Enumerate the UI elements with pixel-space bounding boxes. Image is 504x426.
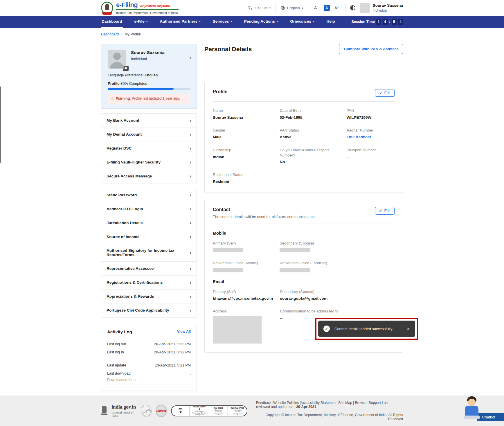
national-emblem-icon: [101, 406, 107, 416]
success-toast: ✓ Contact details added successfully ×: [318, 321, 415, 337]
field-residential-landline: Residential/Office (Landline): [280, 260, 339, 272]
nav-authorised-partners[interactable]: Authorised Partners▾: [159, 16, 201, 28]
chevron-down-icon: ▾: [146, 20, 148, 23]
nav-pending-actions[interactable]: Pending Actions▾: [244, 16, 279, 28]
profile-progress-track: [108, 88, 190, 90]
sidebar-item-secure-access-message[interactable]: Secure Access Message›: [101, 169, 197, 183]
divider: [213, 101, 395, 102]
chevron-right-icon: ›: [190, 220, 191, 225]
user-menu[interactable]: Sourav Saxsena Individual: [360, 3, 403, 13]
sidebar-item-efiling-vault[interactable]: E-filing Vault-Higher Security›: [101, 155, 197, 169]
field-name: Name Sourav Saxsena: [213, 108, 273, 120]
sidebar-item-register-dsc[interactable]: Register DSC›: [101, 141, 197, 155]
sidebar-item-my-demat-account[interactable]: My Demat Account›: [101, 127, 197, 141]
user-name: Sourav Saxsena: [373, 3, 403, 8]
activity-row: Last log In 20-Apr- 2021, 2:32 PM: [107, 350, 191, 354]
divider: [276, 4, 276, 12]
chevron-right-icon: ›: [190, 206, 191, 211]
compare-pan-aadhaar-button[interactable]: Compare With PAN & Aadhaar: [339, 44, 403, 54]
brand-name: e-Filing: [116, 1, 138, 9]
chevron-right-icon: ›: [190, 294, 191, 299]
sidebar-item-authorised-signatory[interactable]: Authorised Signatory for Income tax Retu…: [101, 244, 197, 261]
chatbot-launcher[interactable]: Chatbot: [464, 396, 504, 421]
chatbot-mascot: [464, 396, 480, 421]
main-content: Personal Details Compare With PAN & Aadh…: [204, 44, 403, 353]
field-email-primary: Primary (Self) bhawana@cpc.incometax.gov…: [213, 289, 273, 301]
field-residential-status: Residential Status Resident: [213, 172, 273, 184]
nav-efile[interactable]: e-File▾: [134, 16, 148, 28]
sidebar-item-appreciations-rewards[interactable]: Appreciations & Rewards›: [101, 289, 197, 303]
chevron-right-icon: ›: [190, 280, 191, 285]
chevron-right-icon[interactable]: ›: [189, 54, 191, 61]
annotation-highlight-box: ✓ Contact details added successfully ×: [315, 318, 418, 340]
redacted-value: [213, 268, 243, 272]
link-aadhaar-link[interactable]: Link Aadhaar: [347, 135, 371, 139]
sidebar-item-registrations-certifications[interactable]: Registrations & Certiifications›: [101, 275, 197, 289]
call-us-dropdown[interactable]: Call Us ▾: [248, 6, 271, 10]
activity-log-title: Activity Log: [107, 329, 132, 334]
contact-edit-button[interactable]: Edit: [375, 207, 395, 215]
font-decrease-button[interactable]: A⁻: [313, 5, 320, 11]
field-address: Address: [213, 309, 273, 344]
sidebar-item-portugese-civil-code[interactable]: Portugese Civi Code Applicability›: [101, 303, 197, 317]
chevron-right-icon: ›: [190, 160, 191, 165]
iso-certification-badges: bsi. ♥ ISO/IEC 20000-1 Information Techn…: [171, 405, 247, 416]
pencil-icon: [379, 91, 382, 95]
nav-help[interactable]: Help: [326, 16, 336, 28]
sidebar-item-static-password[interactable]: Static Password›: [101, 188, 197, 202]
efiling-logo: e-Filing Anywhere Anytime Income Tax Dep…: [101, 1, 179, 15]
sidebar-menu-group-2: Static Password› Aadhaar OTP Login› Juri…: [101, 188, 197, 317]
chevron-down-icon: ▾: [277, 20, 278, 23]
chatbot-label: Chatbot: [477, 413, 504, 421]
sidebar-item-source-of-income[interactable]: Source of Income›: [101, 230, 197, 244]
footer-links[interactable]: Feedback |Website Policies |Accessibilit…: [256, 401, 381, 405]
close-icon[interactable]: ×: [407, 326, 410, 332]
camera-icon[interactable]: [123, 66, 129, 71]
font-increase-button[interactable]: A⁺: [333, 5, 341, 11]
nav-dashboard[interactable]: Dashboard: [101, 16, 123, 28]
session-digit: 1: [376, 19, 381, 25]
divider: [345, 4, 345, 12]
main-navbar: Dashboard e-File▾ Authorised Partners▾ S…: [0, 16, 504, 28]
iso-badge: ISO/IEC 27001 Information Security Manag…: [228, 406, 247, 416]
session-digit: 5: [392, 19, 397, 25]
email-group-title: Email: [213, 279, 395, 284]
india-gov-portal-name[interactable]: india.gov.in: [111, 404, 136, 410]
nav-services[interactable]: Services▾: [212, 16, 233, 28]
session-digit: 4: [383, 19, 388, 25]
language-dropdown[interactable]: English ▾: [280, 6, 303, 10]
sidebar-item-representative-assessee[interactable]: Representative Assessee›: [101, 261, 197, 275]
top-header: e-Filing Anywhere Anytime Income Tax Dep…: [0, 0, 504, 16]
chevron-right-icon: ›: [190, 266, 191, 271]
iso-badge: ISO/IEC 20000-1 Information Technology S…: [190, 406, 209, 416]
activity-row: Last update 13-Apr-2021, 5:21 PM: [107, 363, 191, 367]
profile-edit-button[interactable]: Edit: [375, 89, 395, 97]
page: e-Filing Anywhere Anytime Income Tax Dep…: [0, 0, 504, 426]
language-preference: Language Preference: English: [108, 73, 190, 77]
sidebar-item-my-bank-account[interactable]: My Bank Account›: [101, 114, 197, 127]
profile-section-card: Profile Edit Name Sourav Saxsena: [204, 82, 403, 193]
contact-section-title: Contact: [213, 207, 316, 212]
nav-grievances[interactable]: Grievances▾: [289, 16, 315, 28]
session-timer: Session Time 1 4 : 5 4: [351, 16, 403, 28]
field-pan: PAN WILPE7199W: [347, 108, 395, 120]
breadcrumb-dashboard-link[interactable]: Dashboard: [101, 32, 119, 36]
entrust-badge-icon: Entrust: [156, 405, 167, 417]
chevron-down-icon: ▾: [269, 6, 271, 10]
font-normal-button[interactable]: A: [324, 5, 330, 11]
field-aadhar-number: Aadhar Number Link Aadhaar: [347, 128, 395, 140]
contrast-toggle-icon[interactable]: [350, 5, 355, 10]
chevron-right-icon: ›: [121, 32, 122, 36]
footer-copyright: Copyright © Income Tax Department, Minis…: [256, 413, 403, 421]
sidebar-item-jurisdiction-details[interactable]: Jurisdiction Details›: [101, 216, 197, 230]
chevron-right-icon: ›: [190, 118, 191, 123]
profile-completion-label: Profile:80% Completed: [108, 81, 190, 86]
bsi-heart-icon: ♥: [179, 410, 182, 414]
brand-rule: [116, 9, 179, 10]
activity-log-view-all-link[interactable]: View All: [177, 330, 191, 334]
toast-message: Contact details added successfully: [334, 327, 402, 331]
warning-icon: ⚠: [111, 96, 114, 101]
india-gov-portal-subtitle: national portal of india: [111, 411, 136, 418]
user-type: Individual: [373, 8, 403, 12]
sidebar-item-aadhaar-otp-login[interactable]: Aadhaar OTP Login›: [101, 202, 197, 216]
